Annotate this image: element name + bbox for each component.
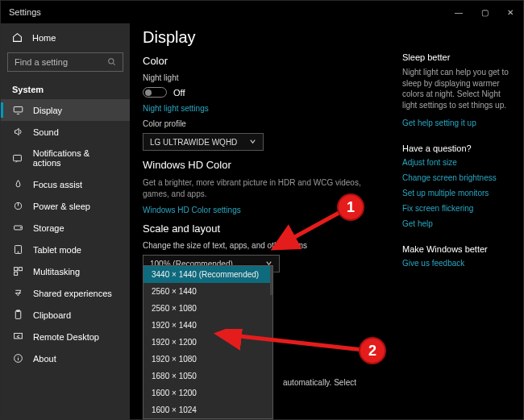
sleep-better-link[interactable]: Get help setting it up xyxy=(402,119,512,127)
search-placeholder: Find a setting xyxy=(15,57,68,67)
dropdown-scrollbar[interactable] xyxy=(270,266,272,295)
svg-point-7 xyxy=(18,252,19,252)
sidebar-item-clipboard[interactable]: Clipboard xyxy=(1,304,130,326)
annotation-arrow-2 xyxy=(211,329,369,355)
sidebar-item-sound[interactable]: Sound xyxy=(1,121,130,143)
sidebar-item-storage[interactable]: Storage xyxy=(1,217,130,239)
night-light-settings-link[interactable]: Night light settings xyxy=(143,104,385,113)
focus-icon xyxy=(12,179,23,189)
help-link[interactable]: Get help xyxy=(402,219,512,228)
resolution-option[interactable]: 1600 × 1024 xyxy=(143,401,272,418)
tablet-icon xyxy=(12,244,23,255)
right-pane: Sleep better Night light can help you ge… xyxy=(402,23,523,419)
sidebar-item-focus[interactable]: Focus assist xyxy=(1,173,130,195)
sidebar-item-label: Focus assist xyxy=(33,180,82,189)
sleep-better-title: Sleep better xyxy=(402,52,512,62)
sidebar-item-notifications[interactable]: Notifications & actions xyxy=(1,143,130,173)
power-icon xyxy=(12,201,23,211)
sound-icon xyxy=(12,127,23,137)
help-link[interactable]: Set up multiple monitors xyxy=(402,189,512,198)
annotation-callout-2: 2 xyxy=(359,337,386,364)
svg-rect-8 xyxy=(14,268,17,271)
night-light-toggle[interactable] xyxy=(143,87,167,98)
about-icon xyxy=(12,353,23,364)
sidebar-home-label: Home xyxy=(32,33,56,43)
sidebar-item-label: Tablet mode xyxy=(33,245,81,255)
svg-rect-2 xyxy=(14,155,22,160)
sidebar-item-label: Remote Desktop xyxy=(33,332,99,342)
search-icon xyxy=(107,57,116,68)
page-title: Display xyxy=(143,28,385,47)
sidebar-item-tablet[interactable]: Tablet mode xyxy=(1,239,130,260)
sidebar-item-label: About xyxy=(33,354,56,364)
svg-point-5 xyxy=(20,227,21,228)
svg-rect-11 xyxy=(15,311,21,319)
sidebar-item-multitasking[interactable]: Multitasking xyxy=(1,260,130,282)
remote-icon xyxy=(12,331,23,342)
close-button[interactable]: ✕ xyxy=(497,1,523,23)
chevron-down-icon xyxy=(249,138,256,147)
notifications-icon xyxy=(12,153,23,164)
shared-icon xyxy=(12,288,23,298)
sidebar-item-label: Multitasking xyxy=(33,267,80,277)
sidebar-item-display[interactable]: Display xyxy=(1,99,130,121)
sidebar-section: System xyxy=(1,80,130,99)
maximize-button[interactable]: ▢ xyxy=(472,1,497,23)
night-light-value: Off xyxy=(173,88,185,98)
scale-label: Change the size of text, apps, and other… xyxy=(143,241,385,250)
search-input[interactable]: Find a setting xyxy=(7,52,123,72)
better-title: Make Windows better xyxy=(402,244,512,254)
sidebar-item-label: Power & sleep xyxy=(33,202,90,211)
resolution-option[interactable]: 1680 × 1050 xyxy=(143,368,272,385)
help-link[interactable]: Fix screen flickering xyxy=(402,204,512,213)
help-link[interactable]: Adjust font size xyxy=(402,158,512,167)
home-icon xyxy=(12,32,23,43)
svg-rect-1 xyxy=(14,106,23,112)
sidebar-item-about[interactable]: About xyxy=(1,347,130,369)
section-hd: Windows HD Color xyxy=(143,159,385,171)
sidebar-item-label: Display xyxy=(33,106,62,115)
main-content: Display Color Night light Off Night ligh… xyxy=(130,23,402,419)
night-light-label: Night light xyxy=(143,73,385,82)
sidebar-item-power[interactable]: Power & sleep xyxy=(1,195,130,217)
svg-point-0 xyxy=(109,58,114,63)
help-link[interactable]: Change screen brightness xyxy=(402,173,512,182)
feedback-link[interactable]: Give us feedback xyxy=(402,259,512,268)
sidebar-item-remote[interactable]: Remote Desktop xyxy=(1,326,130,347)
sidebar-item-label: Notifications & actions xyxy=(33,148,119,168)
sidebar-item-label: Sound xyxy=(33,127,59,137)
sidebar: Home Find a setting System Display Sound xyxy=(1,23,130,419)
sleep-better-body: Night light can help you get to sleep by… xyxy=(402,67,512,110)
section-scale: Scale and layout xyxy=(143,222,385,235)
sidebar-item-shared[interactable]: Shared experiences xyxy=(1,282,130,304)
color-profile-value: LG ULTRAWIDE WQHD xyxy=(150,138,237,147)
resolution-option[interactable]: 2560 × 1080 xyxy=(143,300,272,317)
partial-text: automatically. Select xyxy=(283,378,356,387)
svg-rect-9 xyxy=(19,268,22,271)
display-icon xyxy=(12,105,23,115)
sidebar-item-label: Clipboard xyxy=(33,310,71,320)
annotation-arrow-1 xyxy=(268,208,348,253)
clipboard-icon xyxy=(12,310,23,320)
minimize-button[interactable]: — xyxy=(446,1,472,23)
annotation-callout-1: 1 xyxy=(337,193,364,221)
resolution-option[interactable]: 2560 × 1440 xyxy=(143,283,272,300)
sidebar-home[interactable]: Home xyxy=(1,27,130,48)
multitasking-icon xyxy=(12,266,23,277)
svg-line-18 xyxy=(218,334,363,350)
svg-rect-10 xyxy=(14,272,17,275)
resolution-option[interactable]: 1600 × 1200 xyxy=(143,385,272,401)
window-title: Settings xyxy=(9,7,41,17)
storage-icon xyxy=(12,222,23,233)
svg-line-16 xyxy=(274,211,342,248)
resolution-option[interactable]: 3440 × 1440 (Recommended) xyxy=(143,266,272,283)
sidebar-item-label: Storage xyxy=(33,223,64,233)
section-color: Color xyxy=(143,55,385,67)
question-title: Have a question? xyxy=(402,143,512,153)
color-profile-label: Color profile xyxy=(143,119,385,128)
sidebar-item-label: Shared experiences xyxy=(33,289,112,298)
color-profile-dropdown[interactable]: LG ULTRAWIDE WQHD xyxy=(143,133,264,151)
